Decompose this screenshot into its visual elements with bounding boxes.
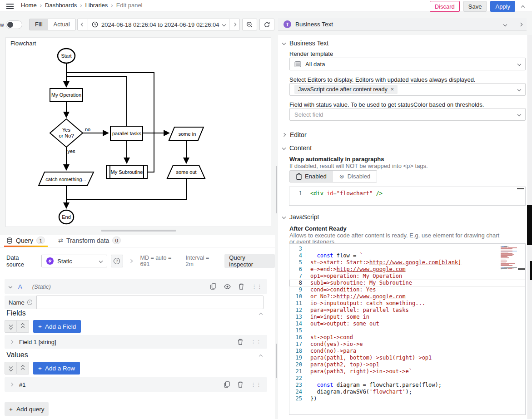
pane-resize-handle[interactable]	[101, 230, 176, 232]
code-line[interactable]: 15	[289, 327, 525, 334]
query-inspector-button[interactable]: Query inspector	[224, 254, 275, 268]
code-line[interactable]: 20para(path2, top)->op1	[289, 361, 525, 368]
trash-icon[interactable]	[238, 339, 243, 345]
section-business-text[interactable]: Business Text	[283, 39, 328, 47]
line-number: 6	[289, 266, 305, 273]
collapse-values-icon[interactable]	[259, 355, 263, 358]
hamburger-menu-icon[interactable]	[6, 3, 14, 11]
collapse-query-icon[interactable]	[9, 285, 12, 288]
content-code-editor[interactable]: 1<div id="flowchart" />	[289, 187, 526, 206]
code-line[interactable]: 9cond=>condition: Yes	[289, 286, 525, 293]
breadcrumb-dashboards[interactable]: Dashboards	[45, 2, 77, 9]
code-line[interactable]: 25})	[289, 395, 525, 402]
refresh-button[interactable]	[259, 19, 274, 30]
breadcrumb-libraries[interactable]: Libraries	[85, 2, 108, 9]
discard-button[interactable]: Discard	[430, 1, 460, 12]
expand-all-values-button[interactable]	[17, 362, 29, 375]
query-row-header[interactable]: A (Static) ⋮⋮	[5, 279, 267, 294]
options-scrollbar-thumb[interactable]	[527, 205, 532, 245]
datasource-label: Data source	[6, 254, 38, 268]
time-range-picker[interactable]: 2024-06-18 02:26:04 to 2024-06-19 02:26:…	[88, 19, 229, 30]
chevron-down-icon[interactable]	[503, 22, 507, 26]
code-line[interactable]: 8sub1=>subroutine: My Subroutine	[289, 280, 525, 286]
code-line[interactable]: 18cond(no)->para	[289, 348, 525, 355]
copy-icon[interactable]	[224, 381, 230, 388]
time-forward-button[interactable]	[229, 19, 240, 30]
status-field-label: Field with status value. To be used to g…	[289, 101, 484, 108]
zoom-out-button[interactable]	[242, 19, 257, 30]
toggle-switch-icon[interactable]	[6, 20, 22, 29]
collapse-all-values-button[interactable]	[5, 362, 17, 375]
wrap-enabled-option[interactable]: Enabled	[290, 171, 333, 182]
code-line[interactable]: 12para=>parallel: parallel tasks	[289, 307, 525, 314]
trash-icon[interactable]	[238, 381, 243, 388]
panel-options-header[interactable]: T Business Text	[278, 18, 527, 31]
datasource-select[interactable]: Static	[41, 255, 107, 267]
code-line[interactable]: 16st->op1->cond	[289, 334, 525, 341]
remove-tag-icon[interactable]: ×	[391, 86, 394, 93]
copy-icon[interactable]	[210, 283, 216, 290]
section-javascript[interactable]: JavaScript	[283, 213, 319, 221]
field-row[interactable]: Field 1 [string] ⋮⋮	[5, 335, 267, 349]
table-view-toggle[interactable]: w	[0, 20, 22, 29]
parallel-label: parallel tasks	[112, 131, 142, 136]
render-template-select[interactable]: All data	[289, 58, 526, 70]
editor-scrollbar-thumb[interactable]	[530, 261, 532, 280]
drag-handle-icon[interactable]: ⋮⋮	[252, 284, 263, 290]
name-input[interactable]	[36, 296, 264, 309]
eye-icon[interactable]	[224, 284, 231, 289]
code-line[interactable]: 7op1=>operation: My Operation	[289, 273, 525, 280]
code-line[interactable]: 14out=>output: some out	[289, 320, 525, 327]
line-number: 17	[289, 341, 305, 348]
expand-row-icon[interactable]	[10, 340, 13, 344]
collapse-all-fields-button[interactable]	[5, 320, 17, 333]
javascript-code-editor[interactable]: 34 const flow = `5st=>start: Start:>http…	[289, 243, 526, 415]
expand-all-fields-button[interactable]	[17, 320, 29, 333]
add-query-button[interactable]: + Add query	[5, 402, 49, 416]
add-field-button[interactable]: + Add a Field	[33, 320, 81, 333]
collapse-topbar-icon[interactable]	[519, 0, 527, 12]
drag-handle-icon[interactable]: ⋮⋮	[251, 339, 262, 345]
section-editor[interactable]: Editor	[283, 131, 307, 138]
tab-query[interactable]: Query 1	[6, 237, 45, 244]
tab-transform-data[interactable]: ⇄ Transform data 0	[58, 237, 121, 244]
wrap-disabled-option[interactable]: ⊗ Disabled	[333, 171, 377, 182]
save-button[interactable]: Save	[463, 1, 487, 12]
code-line[interactable]: 6e=>end:>http://www.google.com	[289, 266, 525, 273]
close-options-pane-button[interactable]	[514, 18, 527, 31]
editors-multiselect[interactable]: JavaScript code after content ready ×	[289, 83, 526, 96]
expand-options-icon[interactable]	[129, 259, 132, 263]
collapse-fields-icon[interactable]	[259, 313, 263, 316]
code-line[interactable]: 4 const flow = `	[289, 252, 525, 259]
query-ref-id[interactable]: A	[18, 283, 22, 290]
code-line[interactable]: 1<div id="flowchart" />	[289, 190, 525, 197]
breadcrumb-home[interactable]: Home	[21, 2, 37, 9]
code-line[interactable]: 3	[289, 246, 525, 252]
vertical-splitter-handle[interactable]	[276, 344, 277, 378]
code-line[interactable]: 23 const diagram = flowchart.parse(flow)…	[289, 382, 525, 389]
code-line[interactable]: 17cond(yes)->io->e	[289, 341, 525, 348]
code-line[interactable]: 22	[289, 375, 525, 382]
datasource-help-button[interactable]: ?	[111, 255, 123, 267]
vertical-splitter-handle[interactable]	[276, 166, 277, 213]
trash-icon[interactable]	[239, 283, 244, 290]
code-line[interactable]: 19para(path1, bottom)->sub1(right)->op1	[289, 355, 525, 361]
fill-option[interactable]: Fill	[30, 19, 48, 30]
code-line[interactable]: 24 diagram.drawSVG('flowchart');	[289, 389, 525, 395]
code-line[interactable]: 13in=>input: some in	[289, 314, 525, 320]
section-content[interactable]: Content	[283, 144, 312, 152]
code-line[interactable]: 11io=>inputoutput: catch something...	[289, 300, 525, 307]
code-line[interactable]: 5st=>start: Start:>http://www.google.com…	[289, 259, 525, 266]
code-line[interactable]: 21para(path3, right)->in->out->e`	[289, 368, 525, 375]
breadcrumb-edit-panel: Edit panel	[116, 2, 143, 9]
add-row-button[interactable]: + Add a Row	[33, 362, 80, 375]
expand-row-icon[interactable]	[10, 383, 13, 386]
actual-option[interactable]: Actual	[48, 19, 75, 30]
status-field-select[interactable]: Select field	[289, 108, 526, 121]
apply-button[interactable]: Apply	[490, 1, 515, 12]
time-back-button[interactable]	[77, 19, 88, 30]
value-row[interactable]: #1 ⋮⋮	[5, 377, 267, 392]
code-line[interactable]: 10or No?:>http://www.google.com	[289, 293, 525, 300]
drag-handle-icon[interactable]: ⋮⋮	[251, 382, 262, 388]
flowchart-panel[interactable]: Flowchart	[5, 37, 271, 227]
